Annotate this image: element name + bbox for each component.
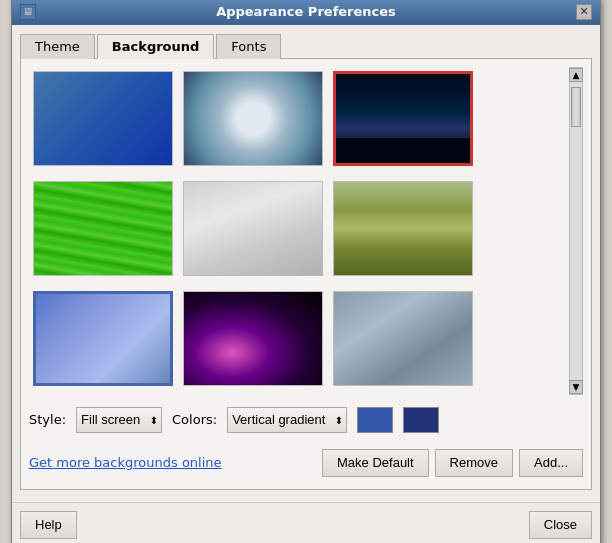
tab-background[interactable]: Background [97, 34, 215, 59]
window-title: Appearance Preferences [36, 4, 576, 19]
window-content: Theme Background Fonts [12, 25, 600, 498]
titlebar: 🖥 Appearance Preferences ✕ [12, 0, 600, 25]
thumbnail-grid-container: ▲ ▼ [29, 67, 583, 395]
thumbnail-item[interactable] [183, 291, 323, 386]
thumbnail-item[interactable] [333, 291, 473, 386]
thumbnail-item[interactable] [333, 181, 473, 276]
colors-select[interactable]: Vertical gradient [227, 407, 347, 433]
tab-theme[interactable]: Theme [20, 34, 95, 59]
thumbnail-grid [29, 67, 569, 395]
scrollbar-thumb[interactable] [571, 87, 581, 127]
tab-fonts[interactable]: Fonts [216, 34, 281, 59]
controls-row: Style: Fill screen Colors: Vertical grad… [29, 403, 583, 437]
thumbnail-item[interactable] [33, 291, 173, 386]
style-label: Style: [29, 412, 66, 427]
background-panel: ▲ ▼ Style: Fill screen Colors: [20, 59, 592, 490]
get-more-backgrounds-link[interactable]: Get more backgrounds online [29, 455, 222, 470]
colors-label: Colors: [172, 412, 217, 427]
app-icon: 🖥 [20, 4, 36, 20]
style-select-wrap: Fill screen [76, 407, 162, 433]
colors-select-wrap: Vertical gradient [227, 407, 347, 433]
remove-button[interactable]: Remove [435, 449, 513, 477]
color-swatch-1[interactable] [357, 407, 393, 433]
add-button[interactable]: Add... [519, 449, 583, 477]
footer: Help Close [12, 502, 600, 544]
color-swatch-2[interactable] [403, 407, 439, 433]
thumbnail-item[interactable] [33, 181, 173, 276]
thumbnail-item[interactable] [183, 71, 323, 166]
thumbnail-item[interactable] [333, 71, 473, 166]
make-default-button[interactable]: Make Default [322, 449, 429, 477]
scrollbar-down-button[interactable]: ▼ [569, 380, 583, 394]
thumbnail-item[interactable] [33, 71, 173, 166]
help-button[interactable]: Help [20, 511, 77, 539]
style-select[interactable]: Fill screen [76, 407, 162, 433]
scrollbar-track[interactable] [570, 82, 582, 380]
bottom-row: Get more backgrounds online Make Default… [29, 445, 583, 481]
window-close-button[interactable]: ✕ [576, 4, 592, 20]
thumbnail-item[interactable] [183, 181, 323, 276]
tab-bar: Theme Background Fonts [20, 33, 592, 59]
appearance-preferences-window: 🖥 Appearance Preferences ✕ Theme Backgro… [11, 0, 601, 543]
thumbnail-scrollbar[interactable]: ▲ ▼ [569, 67, 583, 395]
close-button[interactable]: Close [529, 511, 592, 539]
scrollbar-up-button[interactable]: ▲ [569, 68, 583, 82]
action-button-group: Make Default Remove Add... [322, 449, 583, 477]
